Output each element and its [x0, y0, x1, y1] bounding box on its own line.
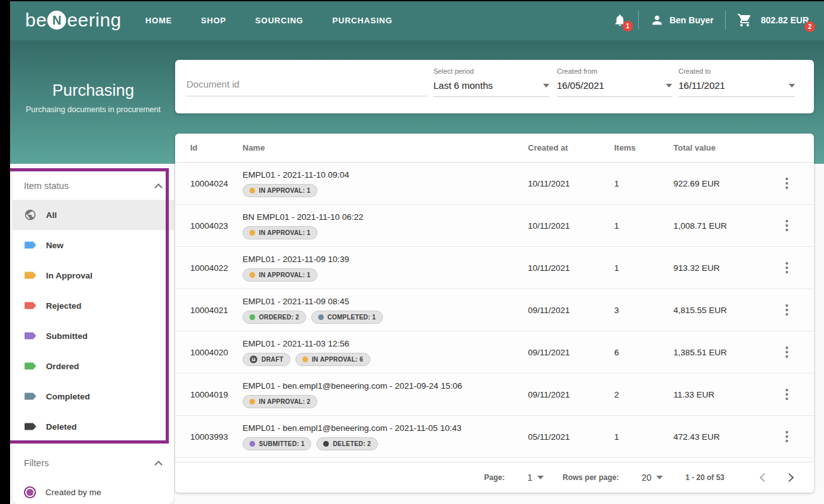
filter-option-label: Created by me [45, 488, 101, 497]
user-menu-button[interactable]: Ben Buyer [650, 13, 714, 27]
tag-icon [24, 299, 37, 312]
cell-name: EMPL01 - 2021-11-03 12:56 DRAFT IN APPRO… [243, 331, 528, 373]
cell-name: EMPL01 - 2021-11-09 08:45 ORDERED: 2 COM… [243, 289, 528, 331]
cell-items: 2 [614, 374, 673, 415]
cart-total: 802.82 EUR [761, 15, 809, 25]
nav-link-shop[interactable]: SHOP [201, 16, 226, 25]
table-row[interactable]: 10004023 BN EMPL01 - 2021-11-10 06:22 IN… [175, 205, 814, 247]
radio-selected-icon[interactable] [24, 486, 36, 498]
beneering-logo[interactable]: be N eering [25, 9, 122, 31]
status-badge: ORDERED: 2 [243, 311, 306, 324]
status-badge: IN APPROVAL: 6 [295, 353, 370, 366]
created-from-field[interactable]: Created from 16/05/2021 [557, 67, 672, 97]
row-menu-button[interactable] [782, 343, 792, 362]
sidebar-item-ordered[interactable]: Ordered [13, 351, 174, 381]
tag-icon [24, 420, 37, 433]
cell-created-at: 10/11/2021 [528, 163, 614, 204]
sidebar-item-deleted[interactable]: Deleted [13, 411, 174, 442]
created-from-label: Created from [557, 67, 672, 75]
dropdown-arrow-icon[interactable] [666, 84, 672, 88]
notifications-button[interactable]: 1 [613, 13, 627, 27]
cell-name: EMPL01 - ben.empl1@beneering.com - 2021-… [243, 374, 528, 415]
status-badge: IN APPROVAL: 1 [243, 226, 318, 239]
collapse-chevron-icon[interactable] [154, 183, 163, 192]
row-menu-button[interactable] [782, 427, 792, 446]
page-header: Purchasing Purchasing documents in procu… [13, 81, 174, 114]
row-menu-button[interactable] [782, 174, 792, 193]
table-row[interactable]: 10004024 EMPL01 - 2021-11-10 09:04 IN AP… [175, 163, 814, 205]
cell-total-value: 1,385.51 EUR [673, 331, 782, 373]
page-select[interactable]: 1 [527, 472, 544, 483]
dropdown-arrow-icon[interactable] [543, 84, 549, 88]
nav-link-home[interactable]: HOME [146, 16, 172, 25]
table-row[interactable]: 10004019 EMPL01 - ben.empl1@beneering.co… [175, 374, 814, 416]
created-to-field[interactable]: Created to 16/11/2021 [678, 67, 795, 97]
column-header-total-value[interactable]: Total value [673, 143, 782, 152]
row-menu-button[interactable] [782, 216, 792, 235]
user-name: Ben Buyer [670, 15, 714, 25]
table-pagination: Page: 1 Rows per page: 20 1 - 20 of 53 [175, 462, 814, 492]
cell-id: 10003993 [175, 416, 243, 457]
table-row[interactable]: 10004022 EMPL01 - 2021-11-09 10:39 IN AP… [175, 247, 814, 289]
sidebar-item-label: Rejected [46, 301, 81, 311]
created-to-label: Created to [678, 67, 795, 75]
nav-link-purchasing[interactable]: PURCHASING [333, 16, 392, 25]
sidebar-item-in-approval[interactable]: In Approval [13, 260, 174, 290]
person-icon [650, 13, 664, 27]
rows-per-page-select[interactable]: 20 [641, 472, 663, 483]
cart-count-badge: 2 [804, 21, 815, 32]
document-name: BN EMPL01 - 2021-11-10 06:22 [243, 212, 363, 222]
sidebar-item-label: Deleted [46, 422, 77, 432]
document-name: EMPL01 - 2021-11-10 09:04 [243, 170, 349, 180]
cell-created-at: 05/11/2021 [528, 416, 614, 457]
tag-icon [24, 239, 37, 251]
cell-name: EMPL01 - 2021-11-09 10:39 IN APPROVAL: 1 [243, 247, 528, 289]
filter-created-by-me[interactable]: Created by me [13, 477, 174, 504]
cell-created-at: 10/11/2021 [528, 247, 614, 289]
cell-created-at: 09/11/2021 [528, 289, 614, 331]
select-period-field[interactable]: Select period Last 6 months [433, 67, 549, 97]
cell-id: 10004020 [175, 331, 243, 373]
cell-total-value: 472.43 EUR [673, 416, 782, 457]
save-icon [249, 355, 258, 364]
main-nav: HOME SHOP SOURCING PURCHASING [146, 16, 392, 25]
window-edge-top [0, 0, 824, 1]
cell-created-at: 10/11/2021 [528, 205, 614, 246]
table-row[interactable]: 10003993 EMPL01 - ben.empl1@beneering.co… [175, 416, 814, 458]
collapse-chevron-icon[interactable] [154, 461, 163, 469]
cart-button[interactable]: 2 802.82 EUR [737, 13, 809, 28]
nav-link-sourcing[interactable]: SOURCING [255, 16, 303, 25]
cell-name: BN EMPL01 - 2021-11-10 06:22 IN APPROVAL… [243, 205, 528, 246]
row-menu-button[interactable] [782, 301, 792, 319]
row-menu-button[interactable] [782, 258, 792, 277]
column-header-name[interactable]: Name [243, 143, 528, 152]
next-page-button[interactable] [785, 472, 794, 481]
sidebar-item-label: Submitted [46, 331, 88, 341]
table-row[interactable]: 10004021 EMPL01 - 2021-11-09 08:45 ORDER… [175, 289, 814, 331]
status-badge: IN APPROVAL: 2 [243, 395, 318, 408]
column-header-created-at[interactable]: Created at [528, 143, 614, 152]
page-title: Purchasing [13, 81, 174, 100]
document-id-input[interactable] [186, 79, 427, 89]
sidebar-item-completed[interactable]: Completed [13, 381, 174, 411]
dropdown-arrow-icon[interactable] [789, 84, 795, 88]
previous-page-button[interactable] [760, 472, 769, 481]
sidebar-item-new[interactable]: New [13, 230, 174, 260]
status-dot-icon [302, 357, 308, 362]
table-row[interactable]: 10004020 EMPL01 - 2021-11-03 12:56 DRAFT… [175, 331, 814, 374]
cell-total-value: 1,008.71 EUR [673, 205, 782, 246]
cell-id: 10004021 [175, 289, 243, 331]
pagination-range: 1 - 20 of 53 [685, 473, 724, 482]
sidebar-item-rejected[interactable]: Rejected [13, 290, 174, 321]
logo-text-suffix: eering [67, 9, 121, 31]
sidebar-item-all[interactable]: All [13, 200, 174, 230]
column-header-id[interactable]: Id [175, 143, 243, 152]
sidebar-item-label: All [46, 210, 57, 220]
cell-total-value: 922.69 EUR [673, 163, 782, 204]
sidebar-item-submitted[interactable]: Submitted [13, 321, 174, 351]
cell-id: 10004023 [175, 205, 243, 246]
cell-items: 6 [614, 331, 673, 373]
column-header-items[interactable]: Items [614, 143, 673, 152]
row-menu-button[interactable] [782, 385, 792, 404]
navbar-divider [725, 11, 726, 30]
